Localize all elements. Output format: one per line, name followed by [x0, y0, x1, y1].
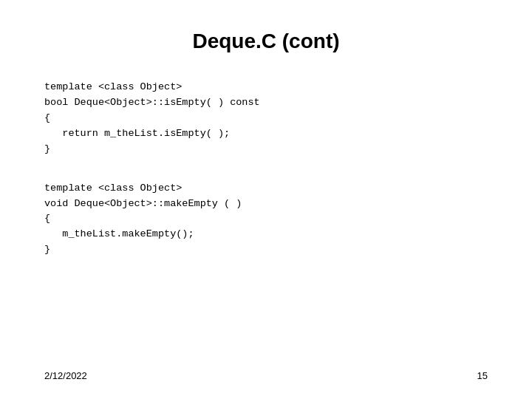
slide: Deque.C (cont) template <class Object> b…: [0, 0, 532, 399]
footer-page: 15: [477, 370, 488, 381]
slide-footer: 2/12/2022 15: [44, 370, 488, 381]
code-block-1: template <class Object> bool Deque<Objec…: [44, 80, 488, 157]
code-block-2: template <class Object> void Deque<Objec…: [44, 181, 488, 259]
slide-title: Deque.C (cont): [44, 30, 488, 53]
footer-date: 2/12/2022: [44, 370, 87, 381]
